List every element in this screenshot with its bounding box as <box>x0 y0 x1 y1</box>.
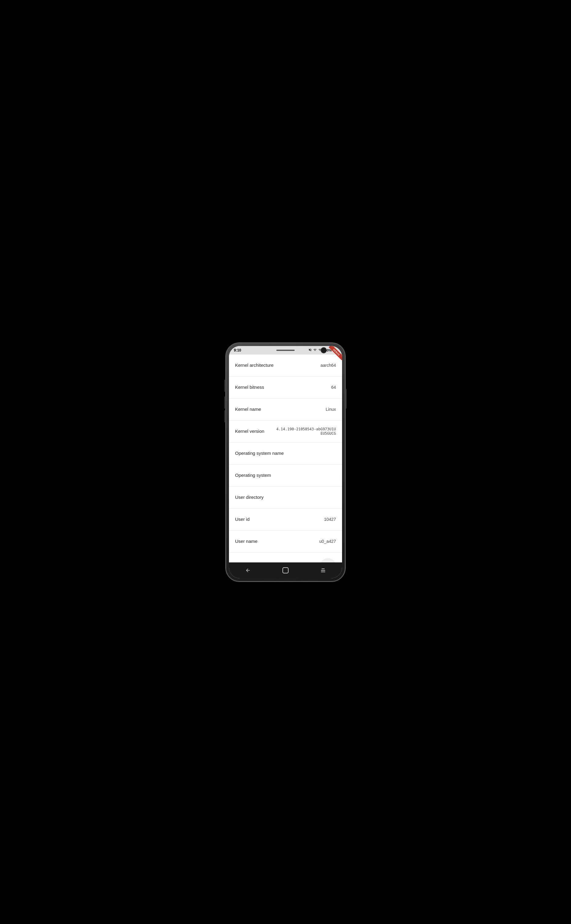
label-user-name: User name <box>235 538 319 545</box>
row-user-name: User name u0_a427 <box>229 531 342 553</box>
label-os: Operating system <box>235 472 336 478</box>
label-user-directory: User directory <box>235 494 336 500</box>
speaker-grille <box>276 350 295 351</box>
nav-back-button[interactable] <box>239 564 257 577</box>
label-user-id: User id <box>235 516 324 522</box>
row-os: Operating system <box>229 464 342 487</box>
label-os-name: Operating system name <box>235 450 336 457</box>
debug-ribbon <box>324 346 342 364</box>
row-user-space-bitness: User space bitness <box>229 553 342 562</box>
home-square-icon <box>282 567 289 574</box>
value-kernel-version: 4.14.190-21058543-abG973U1UEU5GUCG <box>275 427 336 435</box>
chip-icon-container <box>320 558 336 562</box>
row-user-id: User id 10427 <box>229 509 342 531</box>
phone-device: 9:10 <box>226 343 345 582</box>
mute-icon <box>309 348 312 352</box>
front-camera <box>321 347 327 353</box>
value-user-name: u0_a427 <box>319 539 336 544</box>
value-user-id: 10427 <box>324 517 336 522</box>
bottom-nav <box>229 562 342 578</box>
label-kernel-name: Kernel name <box>235 406 326 412</box>
wifi-icon <box>313 348 317 352</box>
info-list: Kernel architecture aarch64 Kernel bitne… <box>229 355 342 562</box>
nav-recents-button[interactable] <box>314 564 332 577</box>
row-os-name: Operating system name <box>229 443 342 464</box>
row-user-directory: User directory <box>229 487 342 509</box>
row-kernel-name: Kernel name Linux <box>229 399 342 421</box>
label-kernel-architecture: Kernel architecture <box>235 362 320 368</box>
value-kernel-name: Linux <box>326 407 336 412</box>
phone-screen: 9:10 <box>229 346 342 578</box>
label-kernel-bitness: Kernel bitness <box>235 384 331 390</box>
nav-home-button[interactable] <box>276 564 295 577</box>
recents-icon <box>321 569 325 572</box>
row-kernel-version: Kernel version 4.14.190-21058543-abG973U… <box>229 421 342 443</box>
row-kernel-bitness: Kernel bitness 64 <box>229 376 342 399</box>
status-time: 9:10 <box>234 348 241 352</box>
label-kernel-version: Kernel version <box>235 428 275 434</box>
value-kernel-bitness: 64 <box>331 385 336 390</box>
